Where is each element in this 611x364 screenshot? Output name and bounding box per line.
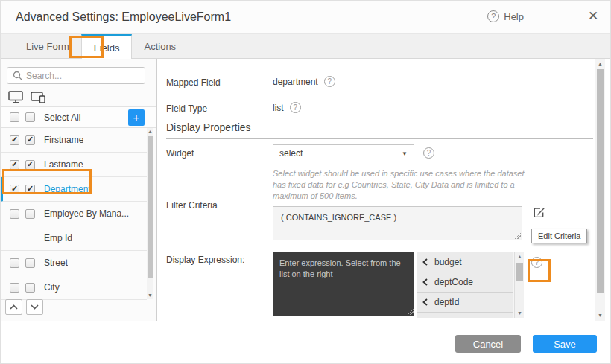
scrollbar-thumb[interactable] <box>148 136 153 278</box>
scroll-down-icon[interactable]: ▼ <box>147 292 153 299</box>
edit-criteria-tooltip: Edit Criteria <box>531 229 587 243</box>
scroll-up-icon[interactable]: ▲ <box>147 128 153 135</box>
close-icon[interactable]: ✕ <box>586 8 601 24</box>
desktop-icon[interactable] <box>8 91 23 103</box>
expression-field-item[interactable]: deptCode <box>417 272 513 293</box>
scrollbar-thumb[interactable] <box>597 69 604 293</box>
expression-field-label: deptCode <box>434 277 473 287</box>
search-icon <box>13 71 22 80</box>
select-all-web-checkbox[interactable] <box>10 112 19 122</box>
expression-field-label: location <box>434 317 465 318</box>
expression-field-label: budget <box>434 257 462 267</box>
tab-fields[interactable]: Fields <box>81 34 133 59</box>
question-icon[interactable]: ? <box>290 102 301 113</box>
dialog-header: Advanced Settings: EmployeeLiveForm1 ? H… <box>1 1 611 34</box>
list-item[interactable]: Emp Id <box>1 226 147 251</box>
display-expression-placeholder: Enter expression. Select from the list o… <box>279 258 401 278</box>
field-type-value: list <box>273 103 284 113</box>
list-item[interactable]: Department <box>1 177 147 202</box>
widget-selected-value: select <box>279 148 303 159</box>
resize-handle[interactable] <box>514 232 521 239</box>
add-field-button[interactable]: + <box>128 109 145 126</box>
expression-field-list: ▲ ▼ budget deptCode deptId location <box>417 252 524 318</box>
display-expression-textarea[interactable]: Enter expression. Select from the list o… <box>273 252 414 316</box>
field-label: Department <box>44 184 91 194</box>
question-icon[interactable]: ? <box>423 147 434 159</box>
scroll-down-icon[interactable]: ▼ <box>595 312 605 319</box>
cancel-button[interactable]: Cancel <box>455 335 521 353</box>
tab-actions[interactable]: Actions <box>132 34 188 58</box>
sidebar-scrollbar[interactable]: ▲ ▼ <box>147 128 153 299</box>
scroll-up-icon[interactable]: ▲ <box>595 60 605 68</box>
web-checkbox[interactable] <box>10 135 19 145</box>
chevron-left-icon <box>422 258 428 266</box>
expression-field-item[interactable]: location <box>417 313 513 318</box>
filter-criteria-value: ( CONTAINS_IGNORE_CASE ) <box>281 213 396 222</box>
tab-live-form[interactable]: Live Form <box>14 34 81 58</box>
device-toggle-row <box>8 87 157 106</box>
filter-criteria-label: Filter Criteria <box>166 200 218 211</box>
web-checkbox[interactable] <box>10 209 19 219</box>
edit-icon <box>533 206 546 220</box>
mobile-tablet-icon[interactable] <box>31 91 46 103</box>
tab-bar: Live Form Fields Actions <box>1 34 611 59</box>
field-label: City <box>44 282 60 293</box>
list-item[interactable]: Lastname <box>1 153 147 177</box>
help-button[interactable]: ? Help <box>487 10 524 22</box>
main-panel-scrollbar[interactable]: ▲ ▼ <box>595 59 605 321</box>
mapped-field-value: department <box>273 77 318 87</box>
display-properties-heading: Display Properties <box>166 121 593 139</box>
fields-sidebar: Search... Select All + Firstname Lastnam… <box>1 59 157 321</box>
scroll-up-icon[interactable]: ▲ <box>515 253 524 261</box>
widget-select[interactable]: select ▼ <box>273 144 414 162</box>
field-list: Firstname Lastname Department Employee B… <box>1 128 147 300</box>
dialog-body: Search... Select All + Firstname Lastnam… <box>1 59 611 321</box>
search-input[interactable]: Search... <box>7 67 145 84</box>
select-all-row[interactable]: Select All + <box>1 107 156 128</box>
chevron-left-icon <box>422 298 428 306</box>
mapped-field-value-row: department ? <box>273 76 335 87</box>
expression-field-item[interactable]: deptId <box>417 293 513 313</box>
filter-criteria-textarea[interactable]: ( CONTAINS_IGNORE_CASE ) <box>273 206 522 240</box>
list-item[interactable]: Employee By Mana... <box>1 202 147 226</box>
web-checkbox[interactable] <box>10 160 19 170</box>
page-title: Advanced Settings: EmployeeLiveForm1 <box>16 10 231 24</box>
web-checkbox[interactable] <box>10 185 19 194</box>
edit-criteria-button[interactable] <box>531 205 548 221</box>
select-all-mobile-checkbox[interactable] <box>25 112 35 122</box>
mobile-checkbox[interactable] <box>25 258 35 268</box>
mobile-checkbox[interactable] <box>25 283 35 293</box>
dropdown-caret-icon: ▼ <box>402 150 408 157</box>
web-checkbox[interactable] <box>10 258 19 268</box>
expression-list-scrollbar[interactable]: ▲ ▼ <box>514 252 524 318</box>
list-item[interactable]: City <box>1 275 147 300</box>
field-label: Employee By Mana... <box>44 208 129 219</box>
save-button[interactable]: Save <box>533 335 597 353</box>
chevron-up-icon <box>10 304 18 310</box>
resize-handle[interactable] <box>407 308 414 315</box>
move-down-button[interactable] <box>26 299 43 315</box>
display-expression-label: Display Expression: <box>166 255 244 265</box>
expression-field-label: deptId <box>434 297 459 307</box>
search-placeholder: Search... <box>26 71 62 81</box>
mobile-checkbox[interactable] <box>25 160 35 170</box>
mobile-checkbox[interactable] <box>25 209 35 219</box>
field-reorder-buttons <box>5 299 43 315</box>
mobile-checkbox[interactable] <box>25 135 35 145</box>
field-label: Emp Id <box>44 233 72 243</box>
field-label: Lastname <box>44 159 83 170</box>
scroll-down-icon[interactable]: ▼ <box>515 310 524 317</box>
advanced-settings-dialog: Advanced Settings: EmployeeLiveForm1 ? H… <box>0 0 611 364</box>
mobile-checkbox[interactable] <box>25 185 35 194</box>
list-item[interactable]: Firstname <box>1 128 147 153</box>
field-type-value-row: list ? <box>273 102 301 113</box>
scrollbar-thumb[interactable] <box>516 263 523 281</box>
field-label: Firstname <box>44 135 83 145</box>
question-icon[interactable]: ? <box>531 257 542 268</box>
move-up-button[interactable] <box>5 299 22 315</box>
list-item[interactable]: Street <box>1 251 147 275</box>
field-type-label: Field Type <box>166 103 207 114</box>
web-checkbox[interactable] <box>10 283 19 293</box>
expression-field-item[interactable]: budget <box>417 252 513 272</box>
question-icon[interactable]: ? <box>324 76 335 87</box>
